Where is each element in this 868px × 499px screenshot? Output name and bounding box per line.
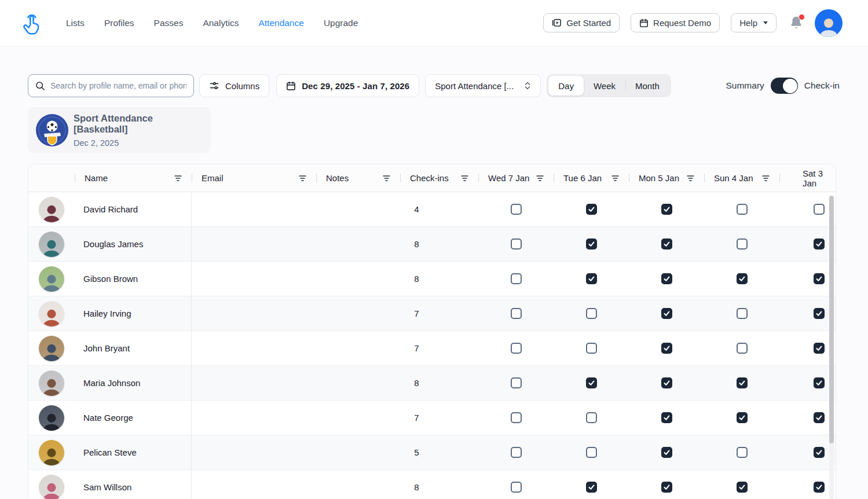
attendance-checkbox[interactable] [737,377,748,388]
filter-icon[interactable] [536,175,544,182]
view-mode-week[interactable]: Week [584,76,625,96]
attendance-checkbox[interactable] [661,412,672,423]
attendance-checkbox[interactable] [511,343,522,354]
checkins-count: 5 [414,447,419,457]
vertical-scrollbar-thumb[interactable] [829,196,834,443]
summary-label: Summary [726,80,764,91]
attendance-checkbox[interactable] [737,343,748,354]
filter-icon[interactable] [611,175,619,182]
attendance-checkbox[interactable] [661,239,672,250]
day-cell [779,401,836,435]
attendance-checkbox[interactable] [814,447,825,458]
summary-checkin-switch[interactable] [771,78,798,94]
attendance-checkbox[interactable] [661,308,672,319]
brand-logo-tap-hand-icon[interactable] [19,10,45,36]
checkins-count: 7 [414,343,419,353]
attendance-checkbox[interactable] [661,273,672,284]
notes-cell [316,401,400,435]
view-mode-month[interactable]: Month [625,76,669,96]
attendance-checkbox[interactable] [737,308,748,319]
attendance-checkbox[interactable] [661,204,672,215]
check-icon [663,275,671,282]
request-demo-button[interactable]: Request Demo [631,13,720,32]
event-card[interactable]: Sport Attendance [Basketball] Dec 2, 202… [28,107,211,153]
day-cell [554,296,629,331]
vertical-scrollbar-track[interactable] [829,196,834,499]
attendance-checkbox[interactable] [737,204,748,215]
attendance-checkbox[interactable] [586,447,597,458]
attendance-checkbox[interactable] [814,239,825,250]
attendance-checkbox[interactable] [737,412,748,423]
top-nav-bar: Lists Profiles Passes Analytics Attendan… [0,0,868,46]
columns-label: Columns [225,81,259,91]
checkins-count: 4 [414,204,419,214]
attendance-checkbox[interactable] [814,482,825,493]
list-select-dropdown[interactable]: Sport Attendance [... [425,74,541,97]
email-cell [192,435,316,469]
checkins-count: 8 [414,482,419,492]
user-avatar[interactable] [815,9,843,37]
view-mode-day[interactable]: Day [548,76,584,96]
checkins-count: 7 [414,309,419,318]
attendance-checkbox[interactable] [511,447,522,458]
attendance-checkbox[interactable] [586,412,597,423]
nav-item-lists[interactable]: Lists [66,18,85,28]
filter-icon[interactable] [383,175,390,182]
date-range-picker[interactable]: Dec 29, 2025 - Jan 7, 2026 [276,74,419,97]
email-cell [192,401,316,435]
check-icon [815,379,823,387]
attendance-checkbox[interactable] [737,482,748,493]
event-title: Sport Attendance [Basketball] [74,113,203,135]
attendance-checkbox[interactable] [586,239,597,250]
profile-name: Douglas James [83,239,143,249]
attendance-checkbox[interactable] [511,412,522,423]
check-icon [663,449,671,456]
day-cell [779,227,836,261]
filter-icon[interactable] [461,175,468,182]
attendance-checkbox[interactable] [661,447,672,458]
attendance-checkbox[interactable] [511,273,522,284]
attendance-checkbox[interactable] [586,308,597,319]
nav-item-profiles[interactable]: Profiles [104,18,134,28]
nav-item-upgrade[interactable]: Upgrade [324,18,358,28]
attendance-checkbox[interactable] [661,377,672,388]
attendance-checkbox[interactable] [737,239,748,250]
attendance-checkbox[interactable] [737,447,748,458]
attendance-checkbox[interactable] [814,204,825,215]
attendance-checkbox[interactable] [511,239,522,250]
attendance-checkbox[interactable] [661,482,672,493]
attendance-checkbox[interactable] [814,377,825,388]
notifications-bell-icon[interactable] [789,15,804,31]
notes-cell [316,366,400,400]
day-cell [629,331,704,365]
nav-item-passes[interactable]: Passes [154,18,184,28]
filter-icon[interactable] [687,175,694,182]
attendance-checkbox[interactable] [814,273,825,284]
filter-icon[interactable] [762,175,770,182]
filter-icon[interactable] [174,175,182,182]
columns-button[interactable]: Columns [199,74,269,97]
attendance-checkbox[interactable] [586,273,597,284]
attendance-checkbox[interactable] [586,482,597,493]
attendance-checkbox[interactable] [814,343,825,354]
attendance-checkbox[interactable] [511,482,522,493]
profile-avatar [39,475,64,499]
day-cell [478,435,554,469]
attendance-checkbox[interactable] [737,273,748,284]
get-started-button[interactable]: Get Started [543,13,620,32]
filter-icon[interactable] [299,175,306,182]
search-input[interactable] [50,81,186,90]
attendance-checkbox[interactable] [586,377,597,388]
attendance-checkbox[interactable] [511,308,522,319]
notes-cell [316,227,400,261]
attendance-checkbox[interactable] [586,343,597,354]
help-dropdown-button[interactable]: Help [731,13,777,32]
nav-item-attendance[interactable]: Attendance [258,18,303,28]
attendance-checkbox[interactable] [511,377,522,388]
attendance-checkbox[interactable] [814,412,825,423]
attendance-checkbox[interactable] [814,308,825,319]
attendance-checkbox[interactable] [586,204,597,215]
nav-item-analytics[interactable]: Analytics [203,18,239,28]
attendance-checkbox[interactable] [661,343,672,354]
attendance-checkbox[interactable] [511,204,522,215]
